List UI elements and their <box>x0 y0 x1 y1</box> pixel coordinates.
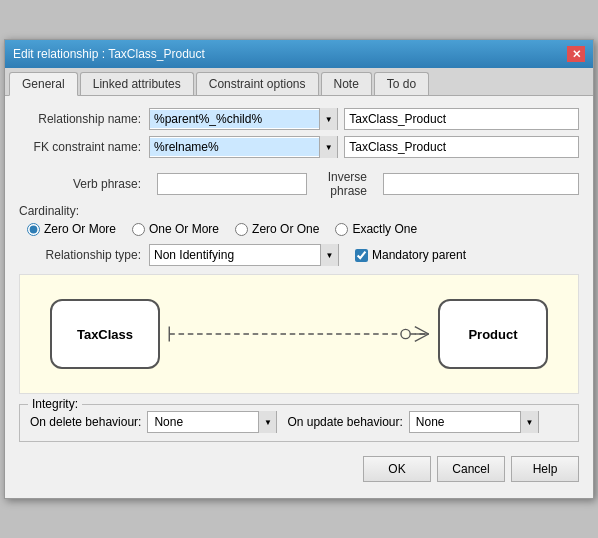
cardinality-one-or-more[interactable]: One Or More <box>132 222 219 236</box>
entity-left-label: TaxClass <box>77 327 133 342</box>
entity-right-label: Product <box>468 327 517 342</box>
tab-linked-attributes[interactable]: Linked attributes <box>80 72 194 95</box>
phrase-row: Verb phrase: Inverse phrase <box>19 170 579 198</box>
diagram-area: TaxClass Product <box>19 274 579 394</box>
inverse-phrase-label: Inverse phrase <box>315 170 375 198</box>
verb-phrase-input[interactable] <box>157 173 307 195</box>
tab-bar: General Linked attributes Constraint opt… <box>5 68 593 96</box>
fk-constraint-fields: %relname% ▼ <box>149 136 579 158</box>
relationship-name-combo[interactable]: %parent%_%child% ▼ <box>149 108 338 130</box>
ok-button[interactable]: OK <box>363 456 431 482</box>
cancel-button[interactable]: Cancel <box>437 456 505 482</box>
mandatory-parent-checkbox[interactable] <box>355 249 368 262</box>
relationship-name-combo-arrow[interactable]: ▼ <box>319 108 337 130</box>
inverse-phrase-input[interactable] <box>383 173 579 195</box>
cardinality-group: Zero Or More One Or More Zero Or One Exa… <box>27 222 579 236</box>
help-button[interactable]: Help <box>511 456 579 482</box>
svg-line-3 <box>415 334 429 341</box>
cardinality-section: Cardinality: Zero Or More One Or More Ze… <box>19 204 579 236</box>
on-delete-value: None <box>148 413 258 431</box>
relationship-name-fields: %parent%_%child% ▼ <box>149 108 579 130</box>
svg-line-2 <box>415 327 429 334</box>
relationship-type-arrow[interactable]: ▼ <box>320 244 338 266</box>
fk-constraint-label: FK constraint name: <box>19 140 149 154</box>
svg-point-5 <box>401 329 410 338</box>
entity-right-box: Product <box>438 299 548 369</box>
relationship-type-value: Non Identifying <box>150 246 320 264</box>
cardinality-label: Cardinality: <box>19 204 579 218</box>
on-update-label: On update behaviour: <box>287 415 402 429</box>
fk-constraint-combo[interactable]: %relname% ▼ <box>149 136 338 158</box>
integrity-title: Integrity: <box>28 397 82 411</box>
relationship-name-label: Relationship name: <box>19 112 149 126</box>
cardinality-zero-or-one[interactable]: Zero Or One <box>235 222 319 236</box>
tab-to-do[interactable]: To do <box>374 72 429 95</box>
relationship-name-combo-text: %parent%_%child% <box>150 110 319 128</box>
tab-note[interactable]: Note <box>321 72 372 95</box>
on-update-item: On update behaviour: None ▼ <box>287 411 538 433</box>
relationship-name-input[interactable] <box>344 108 579 130</box>
mandatory-parent-label: Mandatory parent <box>372 248 466 262</box>
fk-constraint-input[interactable] <box>344 136 579 158</box>
verb-phrase-label: Verb phrase: <box>19 177 149 191</box>
cardinality-zero-or-more[interactable]: Zero Or More <box>27 222 116 236</box>
on-update-combo[interactable]: None ▼ <box>409 411 539 433</box>
content-area: Relationship name: %parent%_%child% ▼ FK… <box>5 96 593 498</box>
relationship-type-label: Relationship type: <box>19 248 149 262</box>
window-title: Edit relationship : TaxClass_Product <box>13 47 205 61</box>
mandatory-parent-checkbox-label[interactable]: Mandatory parent <box>355 248 466 262</box>
title-bar: Edit relationship : TaxClass_Product ✕ <box>5 40 593 68</box>
fk-constraint-row: FK constraint name: %relname% ▼ <box>19 136 579 158</box>
relationship-name-row: Relationship name: %parent%_%child% ▼ <box>19 108 579 130</box>
integrity-section: Integrity: On delete behaviour: None ▼ O… <box>19 404 579 442</box>
entity-left-box: TaxClass <box>50 299 160 369</box>
on-update-value: None <box>410 413 520 431</box>
connector-area <box>160 314 438 354</box>
close-button[interactable]: ✕ <box>567 46 585 62</box>
main-window: Edit relationship : TaxClass_Product ✕ G… <box>4 39 594 499</box>
integrity-row: On delete behaviour: None ▼ On update be… <box>30 411 568 433</box>
on-delete-label: On delete behaviour: <box>30 415 141 429</box>
on-delete-combo[interactable]: None ▼ <box>147 411 277 433</box>
fk-constraint-combo-arrow[interactable]: ▼ <box>319 136 337 158</box>
on-delete-arrow[interactable]: ▼ <box>258 411 276 433</box>
connector-svg <box>160 314 438 354</box>
relationship-type-combo[interactable]: Non Identifying ▼ <box>149 244 339 266</box>
button-row: OK Cancel Help <box>19 450 579 486</box>
on-delete-item: On delete behaviour: None ▼ <box>30 411 277 433</box>
fk-constraint-combo-text: %relname% <box>150 138 319 156</box>
cardinality-exactly-one[interactable]: Exactly One <box>335 222 417 236</box>
tab-general[interactable]: General <box>9 72 78 96</box>
on-update-arrow[interactable]: ▼ <box>520 411 538 433</box>
tab-constraint-options[interactable]: Constraint options <box>196 72 319 95</box>
relationship-type-row: Relationship type: Non Identifying ▼ Man… <box>19 244 579 266</box>
